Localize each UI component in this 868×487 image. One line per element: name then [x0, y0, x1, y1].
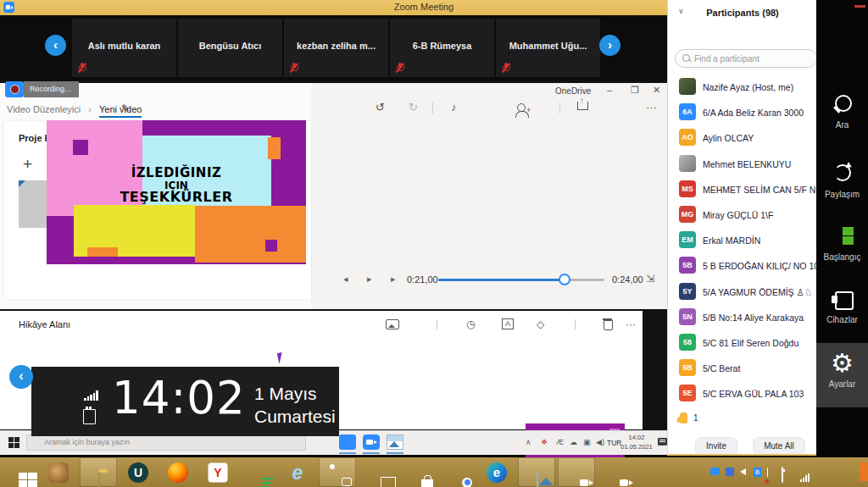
charm-settings[interactable]: ⚙ Ayarlar	[816, 351, 868, 389]
more-options-icon[interactable]: ···	[646, 101, 657, 113]
zoom-taskbar-icon[interactable]	[363, 434, 380, 450]
story-more-icon[interactable]: ···	[626, 318, 636, 330]
prev-frame-icon[interactable]: ◂	[343, 274, 348, 285]
taskbar-spotify[interactable]	[239, 457, 276, 487]
participant-row[interactable]: Mehmet BELENKUYU	[668, 152, 817, 177]
participant-tile-name: Muhammet Uğu...	[496, 41, 600, 51]
duration-icon[interactable]: ◷	[466, 318, 475, 330]
taskbar-edge[interactable]: e	[478, 457, 515, 487]
photos-taskbar-icon[interactable]	[387, 434, 403, 450]
participant-name: Nazife Ayaz (Host, me)	[703, 82, 793, 92]
taskbar-zoom-app[interactable]	[598, 457, 635, 487]
participant-video-tile[interactable]: Bengüsu Atıcı	[178, 19, 282, 77]
participant-row[interactable]: EM Erkal MARDİN	[668, 228, 817, 253]
clock-tray[interactable]: 14:0201.05.2021	[620, 434, 654, 451]
undo-icon[interactable]: ↺	[376, 101, 385, 113]
tray-messaging-icon[interactable]	[710, 468, 720, 475]
zoom-panel-toggle-button[interactable]: ‹	[9, 365, 33, 389]
participant-row[interactable]: 5B 5/C Berat	[668, 356, 817, 381]
music-icon[interactable]: ♪	[451, 101, 457, 113]
participant-row[interactable]: 58 5/C 81 Elif Seren Doğdu	[668, 330, 817, 356]
taskbar-yandex[interactable]: Y	[199, 457, 236, 487]
title-card-icon[interactable]	[386, 319, 399, 329]
breadcrumb-app[interactable]: Video Düzenleyici	[7, 104, 81, 114]
avatar: MG	[679, 206, 696, 223]
share-icon[interactable]	[577, 102, 588, 110]
search-placeholder: Find a participant	[694, 54, 760, 64]
pinned-app-icon[interactable]	[339, 434, 356, 450]
start-button[interactable]	[8, 437, 19, 448]
play-icon[interactable]: ▸	[367, 274, 372, 285]
participant-row[interactable]: AO Aylin OLCAY	[668, 125, 817, 151]
participant-row[interactable]: MG Miray GÜÇLÜ 1\F	[668, 202, 817, 228]
participant-video-tile[interactable]: kezban zeliha m...	[284, 19, 388, 77]
tray-overflow-icon[interactable]	[860, 462, 868, 481]
taskbar-utorrent[interactable]: U	[120, 457, 157, 487]
tray-capture-icon[interactable]: ▣	[583, 438, 591, 446]
fullscreen-icon[interactable]: ⇲	[646, 273, 654, 285]
participant-video-tile[interactable]: Muhammet Uğu...	[496, 19, 600, 77]
seek-bar[interactable]	[438, 279, 604, 281]
participant-row[interactable]: MS MEHMET SELİM CAN 5/F NO:1	[668, 177, 817, 202]
tray-bluetooth-icon[interactable]: B	[754, 468, 761, 477]
participant-row[interactable]: 5E 5/C ERVA GÜL PALA 103	[668, 381, 817, 407]
taskbar-search-box[interactable]: Aramak için buraya yazın	[26, 434, 306, 451]
tray-volume-icon[interactable]	[740, 468, 746, 475]
minimize-dash-icon[interactable]	[854, 5, 865, 8]
taskbar-store[interactable]	[398, 457, 436, 487]
action-center-icon[interactable]	[658, 438, 667, 445]
taskbar-start-button[interactable]	[0, 457, 37, 487]
tray-app-icon[interactable]: ❖	[541, 438, 548, 446]
rename-icon[interactable]: ✎	[121, 102, 130, 114]
taskbar-photos-app[interactable]	[518, 457, 555, 487]
participant-row[interactable]: Nazife Ayaz (Host, me)	[668, 75, 817, 100]
next-frame-icon[interactable]: ▸	[391, 274, 396, 285]
participant-video-tile[interactable]: 6-B Rümeysa	[390, 19, 494, 77]
taskbar-zoom-meeting[interactable]	[558, 457, 595, 487]
next-participants-button[interactable]: ›	[599, 35, 620, 56]
charm-devices[interactable]: Cihazlar	[816, 291, 868, 324]
tray-app-icon[interactable]	[726, 468, 734, 476]
close-button[interactable]: ✕	[653, 85, 660, 96]
participant-row[interactable]: 5Y 5/A YAGMUR ÖDEMİŞ ♙♘ ♗	[668, 279, 817, 305]
recording-dot-icon	[5, 81, 24, 97]
taskbar-photos-legacy[interactable]	[359, 457, 396, 487]
charm-start[interactable]: Başlangıç	[816, 227, 868, 262]
charm-share[interactable]: Paylaşım	[816, 163, 868, 199]
tray-ime-icon[interactable]: Æ	[556, 438, 564, 446]
participant-name: 5/C Berat	[703, 363, 740, 374]
prev-participants-button[interactable]: ‹	[45, 35, 66, 56]
taskbar-chrome[interactable]	[438, 457, 476, 487]
participant-row[interactable]: 6A 6/A Ada Beliz Karan 3000	[668, 100, 817, 125]
invite-button[interactable]: Invite	[695, 437, 737, 456]
taskbar-file-explorer[interactable]	[80, 457, 117, 487]
seek-thumb[interactable]	[559, 274, 570, 285]
folder-icon	[98, 472, 100, 487]
taskbar-screen-recorder[interactable]	[319, 457, 356, 487]
taskbar-firefox[interactable]	[159, 457, 197, 487]
people-icon[interactable]: +	[517, 103, 526, 112]
taskbar-notes-app[interactable]	[40, 457, 77, 487]
motion-icon[interactable]: ◇	[537, 318, 544, 330]
tray-battery-icon[interactable]	[782, 467, 783, 483]
redo-icon[interactable]: ↻	[409, 101, 418, 113]
volume-icon[interactable]: ◀)	[596, 438, 604, 446]
onedrive-cloud-icon[interactable]: ☁	[570, 438, 577, 446]
zoom-titlebar: Zoom Meeting	[0, 0, 670, 15]
text-tool-icon[interactable]: A	[502, 318, 514, 329]
add-media-button[interactable]: +	[23, 155, 32, 174]
video-strip: ‹ Aslı mutlu karan Bengüsu Atıcı kezban …	[0, 15, 667, 80]
tray-chevron-icon[interactable]: ∧	[526, 438, 531, 446]
search-input[interactable]: Find a participant	[675, 49, 817, 68]
participant-row[interactable]: 5B 5 B ERDOĞAN KILIÇ/ NO 100	[668, 253, 817, 279]
taskbar-internet-explorer[interactable]: e	[279, 457, 316, 487]
media-thumbnail[interactable]	[19, 180, 50, 228]
maximize-button[interactable]: ❐	[631, 85, 639, 96]
trash-icon[interactable]	[604, 320, 613, 330]
minimize-button[interactable]: –	[607, 85, 612, 95]
participant-row[interactable]: 5N 5/B No:14 Aliye Karakaya	[668, 305, 817, 330]
charm-search[interactable]: Ara	[816, 95, 868, 130]
mute-all-button[interactable]: Mute All	[753, 437, 805, 456]
participant-video-tile[interactable]: Aslı mutlu karan	[72, 19, 176, 77]
video-preview[interactable]: İZLEDIĞINIZ IÇIN TEŞEKKÜRLER	[47, 120, 306, 264]
